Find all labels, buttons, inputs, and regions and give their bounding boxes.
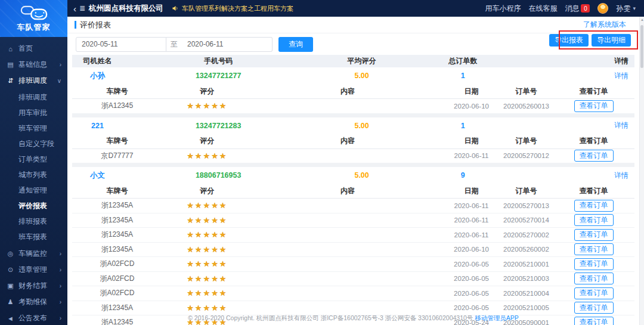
star-rating: ★★★★★: [162, 230, 252, 239]
sidebar-subitem-schedule-report[interactable]: 排班报表: [0, 213, 67, 229]
order-number: 202005270014: [500, 216, 553, 224]
driver-avg-score: 5.00: [314, 72, 409, 80]
view-order-button[interactable]: 查看订单: [574, 100, 614, 112]
sidebar-subitem-shuttle-management[interactable]: 班车管理: [0, 120, 67, 136]
sidebar-subitem-custom-fields[interactable]: 自定义字段: [0, 136, 67, 151]
subheader-content: 内容: [252, 136, 444, 146]
subheader-plate: 车牌号: [72, 86, 162, 97]
export-detail-button[interactable]: 导出明细: [592, 34, 631, 47]
driver-section: 221 13247721283 5.00 1 详情 车牌号 评分 内容 日期 订…: [72, 117, 634, 168]
subheader-view-order: 查看订单: [553, 136, 634, 146]
scrollbar-thumb[interactable]: [640, 25, 643, 68]
sidebar-subitem-evaluation-report[interactable]: 评价报表: [0, 198, 67, 213]
order-date: 2020-06-11: [443, 216, 499, 224]
sidebar-item-violation-management[interactable]: ⊙违章管理›: [0, 262, 67, 278]
view-order-button[interactable]: 查看订单: [574, 302, 614, 314]
export-buttons: 导出报表 导出明细: [549, 34, 631, 47]
app-grid-icon[interactable]: ≣: [79, 4, 85, 13]
subheader-rating: 评分: [162, 186, 252, 196]
fleet-cars-icon: [18, 5, 49, 21]
back-icon[interactable]: ‹: [73, 4, 76, 13]
user-menu[interactable]: 孙雯 ▾: [616, 4, 636, 14]
driver-detail-link[interactable]: 详情: [516, 171, 634, 181]
plate-number: 浙12345A: [72, 303, 162, 313]
date-from-input[interactable]: [76, 37, 166, 52]
user-avatar[interactable]: [597, 3, 608, 14]
date-to-input[interactable]: [182, 37, 273, 52]
view-order-button[interactable]: 查看订单: [574, 243, 614, 255]
driver-name-link[interactable]: 221: [72, 122, 123, 130]
chevron-down-icon: ▾: [633, 5, 636, 11]
driver-phone: 13247721277: [123, 72, 314, 80]
plate-number: 浙A02FCD: [72, 288, 162, 298]
top-navbar: ‹ ≣ 杭州圆点科技有限公司 车队管理系列解决方案之工程用车方案 用车小程序 在…: [67, 0, 644, 17]
subheader-view-order: 查看订单: [553, 86, 634, 97]
sidebar-item-basic-info[interactable]: ▤基础信息›: [0, 57, 67, 73]
scroll-up-icon[interactable]: ▲: [640, 18, 644, 21]
order-row: 浙A02FCD ★★★★★ 2020-06-05 202005210001 查看…: [72, 257, 634, 272]
subheader-date: 日期: [443, 136, 499, 146]
view-order-button[interactable]: 查看订单: [574, 229, 614, 241]
sidebar-subitem-order-types[interactable]: 订单类型: [0, 151, 67, 167]
driver-detail-link[interactable]: 详情: [516, 120, 634, 131]
driver-name-link[interactable]: 小文: [72, 171, 123, 181]
sidebar-subitem-dispatch-schedule[interactable]: 排班调度: [0, 89, 67, 105]
plate-number: 浙12345A: [72, 200, 162, 211]
view-order-button[interactable]: 查看订单: [574, 200, 614, 212]
header-driver-name: 司机姓名: [72, 56, 123, 66]
sidebar-item-label: 财务结算: [18, 281, 47, 291]
query-button[interactable]: 查询: [278, 37, 313, 52]
megaphone-icon: ◄: [6, 315, 15, 322]
driver-detail-link[interactable]: 详情: [516, 71, 634, 81]
admin-app-link[interactable]: 移动管理员APP: [475, 314, 519, 321]
sidebar-item-announcement-publish[interactable]: ◄公告发布›: [0, 310, 67, 325]
view-order-button[interactable]: 查看订单: [574, 150, 614, 162]
view-order-button[interactable]: 查看订单: [574, 214, 614, 226]
messages-link[interactable]: 消息 0: [565, 4, 590, 14]
sidebar-subitem-vehicle-approval[interactable]: 用车审批: [0, 105, 67, 120]
view-order-button[interactable]: 查看订单: [574, 273, 614, 284]
sidebar-subitem-shuttle-report[interactable]: 班车报表: [0, 229, 67, 244]
table-header-row: 司机姓名 手机号码 平均评分 总订单数 详情: [72, 55, 634, 67]
info-grid-icon: ▤: [6, 61, 15, 69]
chevron-right-icon: ›: [60, 61, 61, 68]
driver-total-orders: 9: [410, 171, 516, 179]
order-date: 2020-06-05: [443, 304, 499, 311]
plate-number: 浙12345A: [72, 215, 162, 225]
export-report-button[interactable]: 导出报表: [549, 34, 589, 47]
order-subtable-header: 车牌号 评分 内容 日期 订单号 查看订单: [72, 184, 634, 199]
view-order-button[interactable]: 查看订单: [574, 258, 614, 270]
order-date: 2020-06-05: [443, 261, 499, 268]
sidebar-item-attendance-maintenance[interactable]: ♟考勤维保›: [0, 294, 67, 310]
sidebar-item-financial-settlement[interactable]: ▣财务结算›: [0, 278, 67, 294]
sidebar-item-label: 车辆监控: [18, 249, 47, 259]
order-row: 浙12345A ★★★★★ 2020-06-11 202005270014 查看…: [72, 213, 634, 228]
system-version-link[interactable]: 了解系统版本: [583, 20, 626, 30]
mini-program-link[interactable]: 用车小程序: [485, 4, 521, 14]
sidebar-item-dispatch[interactable]: ⇵排班调度∨: [0, 73, 67, 89]
brand-logo[interactable]: 车队管家: [0, 0, 67, 37]
view-order-button[interactable]: 查看订单: [574, 287, 614, 299]
driver-total-orders: 1: [410, 122, 516, 130]
plate-number: 浙12345A: [72, 244, 162, 255]
header-phone: 手机号码: [123, 56, 314, 66]
page-footer: © 2016-2020 Copyright. 杭州圆点科技有限公司 浙ICP备1…: [67, 314, 639, 323]
sidebar-subitem-city-list[interactable]: 城市列表: [0, 167, 67, 182]
order-date: 2020-06-05: [443, 290, 499, 297]
topnav-right: 用车小程序 在线客服 消息 0 孙雯 ▾: [485, 3, 636, 14]
sidebar-item-vehicle-monitoring[interactable]: ◎车辆监控›: [0, 246, 67, 262]
order-subtable-header: 车牌号 评分 内容 日期 订单号 查看订单: [72, 84, 634, 99]
online-service-link[interactable]: 在线客服: [528, 4, 557, 14]
sidebar-subitem-notification-management[interactable]: 通知管理: [0, 182, 67, 198]
message-count-badge: 0: [581, 4, 590, 13]
driver-name-link[interactable]: 小孙: [72, 71, 123, 81]
subheader-content: 内容: [252, 186, 444, 196]
order-row: 浙12345A ★★★★★ 2020-06-11 202005270013 查看…: [72, 199, 634, 213]
plate-number: 浙A02FCD: [72, 259, 162, 269]
star-rating: ★★★★★: [162, 304, 252, 312]
order-row: 京D77777 ★★★★★ 2020-06-11 202005270012 查看…: [72, 149, 634, 164]
vertical-scrollbar[interactable]: ▲: [639, 17, 644, 325]
sidebar-item-home[interactable]: ⌂首页: [0, 41, 67, 57]
order-number: 202005260002: [500, 246, 553, 253]
star-rating: ★★★★★: [162, 216, 252, 225]
